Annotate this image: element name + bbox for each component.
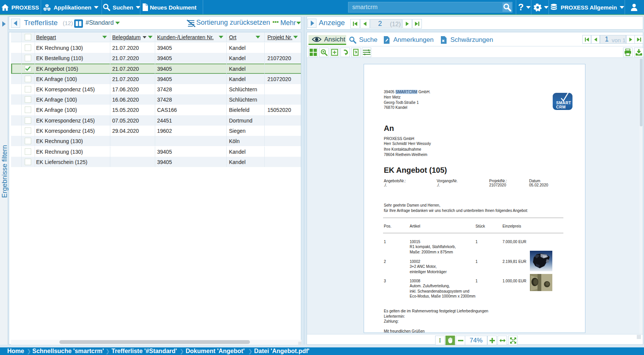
svg-text:CRM: CRM: [556, 105, 566, 109]
